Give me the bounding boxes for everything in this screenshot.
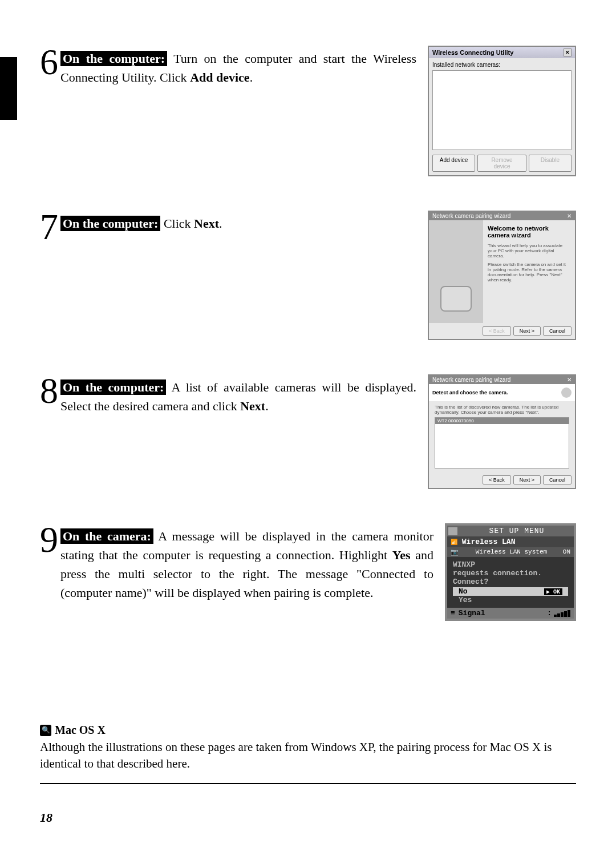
next-button[interactable]: Next > (513, 475, 541, 484)
step-7-bold: Next (194, 216, 219, 231)
setup-menu-label: SET UP MENU (461, 527, 573, 535)
note-section: 🔍 Mac OS X Although the illustrations on… (40, 724, 576, 784)
note-title: Mac OS X (55, 724, 106, 737)
note-divider (40, 783, 576, 784)
step-8-text-after: . (265, 399, 269, 413)
cancel-button[interactable]: Cancel (543, 475, 572, 484)
camera-icon (440, 286, 472, 312)
signal-label: Signal (459, 609, 485, 617)
close-icon[interactable]: ✕ (567, 377, 572, 383)
wizard-sidebar-image (429, 220, 483, 323)
close-icon[interactable]: ✕ (564, 49, 572, 56)
page-number: 18 (40, 810, 52, 825)
camera-icon: 📷 (451, 548, 460, 556)
step-6-screenshot: Wireless Connecting Utility ✕ Installed … (428, 46, 576, 176)
option-yes[interactable]: Yes (453, 596, 568, 604)
signal-colon: : (547, 609, 552, 617)
step-7-label: On the computer: (60, 216, 160, 231)
wireless-lan-title: 📶 Wireless LAN (447, 536, 574, 547)
play-icon (448, 527, 457, 535)
camera-setup-header: SET UP MENU (447, 526, 574, 536)
signal-bars-icon (554, 610, 570, 617)
step-8-text: On the computer: A list of available cam… (60, 374, 416, 489)
detect-titlebar: Network camera pairing wizard ✕ (429, 375, 575, 384)
globe-icon (561, 387, 572, 398)
system-value: ON (563, 548, 570, 556)
add-device-button[interactable]: Add device (432, 155, 475, 172)
step-9: 9 On the camera: A message will be displ… (40, 523, 576, 621)
step-8: 8 On the computer: A list of available c… (40, 374, 576, 489)
step-9-text: On the camera: A message will be display… (60, 523, 433, 621)
dialog-titlebar: Wireless Connecting Utility ✕ (429, 47, 575, 58)
wizard-title: Network camera pairing wizard (432, 213, 510, 219)
remove-device-button[interactable]: Remove device (477, 155, 526, 172)
side-tab (0, 57, 17, 120)
system-label: Wireless LAN system (476, 548, 547, 556)
step-7: 7 On the computer: Click Next. Network c… (40, 211, 576, 340)
back-button[interactable]: < Back (483, 475, 511, 484)
step-8-label: On the computer: (60, 379, 166, 395)
step-6-label: On the computer: (60, 51, 167, 66)
step-7-text-before: Click (160, 216, 194, 231)
host-name: WINXP (453, 560, 568, 569)
next-button[interactable]: Next > (513, 326, 541, 336)
note-icon: 🔍 (40, 725, 51, 736)
step-6-text: On the computer: Turn on the computer an… (60, 46, 416, 176)
request-text: requests connection. (453, 569, 568, 578)
wireless-utility-dialog: Wireless Connecting Utility ✕ Installed … (428, 46, 576, 176)
step-6-text-after: . (250, 70, 253, 84)
step-7-text-after: . (219, 216, 222, 231)
step-number: 7 (40, 211, 58, 244)
wireless-lan-system-row: 📷 Wireless LAN system ON (447, 547, 574, 557)
wizard-desc2: Please switch the camera on and set it i… (488, 262, 570, 282)
connect-prompt: Connect? (453, 578, 568, 586)
wizard-welcome: Welcome to network camera wizard (488, 225, 570, 239)
back-button[interactable]: < Back (483, 326, 511, 336)
camera-menu-screen: SET UP MENU 📶 Wireless LAN 📷 Wireless LA… (445, 523, 576, 621)
dialog-title: Wireless Connecting Utility (432, 49, 513, 56)
detect-title: Network camera pairing wizard (432, 377, 510, 383)
list-item[interactable]: WT2 0000070050 (435, 418, 569, 424)
installed-cameras-label: Installed network cameras: (432, 62, 572, 68)
close-icon[interactable]: ✕ (567, 213, 572, 219)
signal-row: ≡ Signal : (447, 608, 574, 619)
detect-camera-dialog: Network camera pairing wizard ✕ Detect a… (428, 374, 576, 489)
step-7-text: On the computer: Click Next. (60, 211, 416, 340)
detect-subhead-text: Detect and choose the camera. (432, 390, 508, 395)
wizard-titlebar: Network camera pairing wizard ✕ (429, 212, 575, 220)
list-icon: ≡ (451, 609, 455, 617)
step-6-bold: Add device (190, 70, 250, 84)
cancel-button[interactable]: Cancel (543, 326, 572, 336)
step-7-screenshot: Network camera pairing wizard ✕ Welcome … (428, 211, 576, 340)
step-9-label: On the camera: (60, 528, 153, 544)
option-no[interactable]: No ▶ OK (453, 587, 568, 596)
detect-subheader: Detect and choose the camera. (429, 384, 575, 401)
step-number: 6 (40, 46, 58, 79)
step-6: 6 On the computer: Turn on the computer … (40, 46, 576, 176)
wizard-desc1: This wizard will help you to associate y… (488, 243, 570, 259)
camera-detect-list[interactable]: WT2 0000070050 (435, 417, 569, 469)
step-9-screenshot: SET UP MENU 📶 Wireless LAN 📷 Wireless LA… (445, 523, 576, 621)
step-9-bold: Yes (392, 548, 411, 562)
step-number: 9 (40, 523, 58, 556)
step-8-screenshot: Network camera pairing wizard ✕ Detect a… (428, 374, 576, 489)
step-8-bold: Next (240, 399, 265, 413)
note-text: Although the illustrations on these page… (40, 739, 576, 773)
detect-desc: This is the list of discovered new camer… (435, 405, 569, 415)
disable-button[interactable]: Disable (529, 155, 572, 172)
camera-list[interactable] (432, 70, 572, 150)
step-number: 8 (40, 374, 58, 407)
pairing-wizard-dialog: Network camera pairing wizard ✕ Welcome … (428, 211, 576, 340)
ok-badge: ▶ OK (544, 588, 562, 595)
